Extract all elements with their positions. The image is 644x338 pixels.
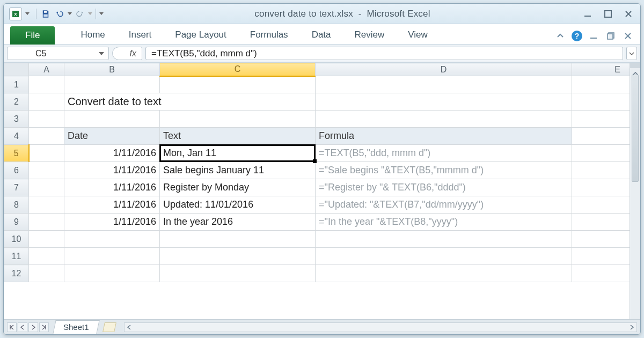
workbook-restore-icon[interactable] (605, 30, 617, 42)
cell-C8[interactable]: Updated: 11/01/2016 (160, 196, 316, 214)
formula-bar: C5 fx =TEXT(B5,"ddd, mmm d") (4, 45, 640, 63)
spreadsheet-grid[interactable]: A B C D E 1 2Convert date to text 3 4 Da… (4, 63, 630, 282)
cell-C5-value: Mon, Jan 11 (163, 148, 216, 158)
new-sheet-button[interactable] (103, 322, 116, 332)
redo-dropdown-icon[interactable] (88, 12, 92, 15)
row-header-5[interactable]: 5 (4, 145, 29, 162)
worksheet-area: A B C D E 1 2Convert date to text 3 4 Da… (4, 63, 640, 319)
quick-access-toolbar (35, 8, 104, 20)
undo-icon[interactable] (54, 8, 65, 20)
tab-home[interactable]: Home (69, 26, 116, 44)
workbook-close-icon[interactable] (622, 30, 634, 42)
col-header-B[interactable]: B (64, 63, 160, 76)
cell-C9[interactable]: In the year 2016 (160, 214, 316, 231)
tab-view[interactable]: View (396, 26, 440, 44)
tab-page-layout[interactable]: Page Layout (163, 26, 238, 44)
row-header-3[interactable]: 3 (4, 111, 29, 128)
cell-D8[interactable]: ="Updated: "&TEXT(B7,"dd/mm/yyyy") (316, 196, 572, 214)
sheet-nav-next-icon[interactable] (28, 322, 38, 332)
name-box[interactable]: C5 (7, 47, 109, 60)
tab-formulas[interactable]: Formulas (238, 26, 300, 44)
vertical-scrollbar[interactable] (630, 63, 640, 319)
scroll-thumb[interactable] (632, 75, 639, 182)
cell-D9[interactable]: ="In the year "&TEXT(B8,"yyyy") (316, 214, 572, 231)
col-header-E[interactable]: E (572, 63, 630, 76)
col-header-A[interactable]: A (29, 63, 64, 76)
formula-value: =TEXT(B5,"ddd, mmm d") (151, 48, 257, 59)
row-header-7[interactable]: 7 (4, 179, 29, 196)
close-button[interactable] (622, 9, 635, 19)
expand-formula-bar-icon[interactable] (626, 47, 637, 60)
cell-B6[interactable]: 1/11/2016 (64, 162, 160, 179)
app-name: Microsoft Excel (367, 9, 430, 19)
svg-text:X: X (14, 12, 17, 17)
formula-input[interactable]: =TEXT(B5,"ddd, mmm d") (145, 47, 623, 60)
tab-review[interactable]: Review (343, 26, 397, 44)
split-handle-top[interactable] (630, 63, 640, 68)
cell-C6[interactable]: Sale begins January 11 (160, 162, 316, 179)
row-header-11[interactable]: 11 (4, 248, 29, 265)
excel-app-icon[interactable]: X (9, 8, 22, 20)
sheet-nav-last-icon[interactable] (39, 322, 49, 332)
workbook-minimize-icon[interactable] (588, 30, 599, 42)
name-box-dropdown-icon[interactable] (99, 52, 104, 55)
svg-rect-3 (43, 14, 48, 17)
undo-dropdown-icon[interactable] (68, 12, 72, 15)
cell-C7[interactable]: Register by Monday (160, 179, 316, 196)
scroll-right-icon[interactable] (627, 323, 636, 332)
sheet-nav-first-icon[interactable] (7, 322, 17, 332)
qat-customize-dropdown-icon[interactable] (99, 12, 104, 15)
sheet-tab-active[interactable]: Sheet1 (53, 320, 99, 334)
select-all-corner[interactable] (4, 63, 29, 76)
cell-B9[interactable]: 1/11/2016 (64, 214, 160, 231)
sheet-tab-label: Sheet1 (63, 322, 89, 332)
cell-B8[interactable]: 1/11/2016 (64, 196, 160, 214)
title-bar: X convert date to text.xlsx - Microsoft … (4, 4, 640, 24)
window-title: convert date to text.xlsx - Microsoft Ex… (104, 9, 581, 19)
row-header-1[interactable]: 1 (4, 76, 29, 93)
row-header-6[interactable]: 6 (4, 162, 29, 179)
cell-D5[interactable]: =TEXT(B5,"ddd, mmm d") (316, 145, 572, 162)
row-header-9[interactable]: 9 (4, 214, 29, 231)
row-header-10[interactable]: 10 (4, 231, 29, 248)
app-window: X convert date to text.xlsx - Microsoft … (3, 3, 641, 335)
app-menu-dropdown-icon[interactable] (25, 12, 30, 15)
cell-C5-selected[interactable]: Mon, Jan 11 (160, 145, 316, 162)
sheet-nav-buttons (7, 322, 49, 332)
row-header-12[interactable]: 12 (4, 265, 29, 282)
col-header-C[interactable]: C (160, 63, 316, 76)
cell-D6[interactable]: ="Sale begins "&TEXT(B5,"mmmm d") (316, 162, 572, 179)
col-header-D[interactable]: D (316, 63, 572, 76)
svg-rect-6 (590, 38, 597, 39)
ribbon-minimize-icon[interactable] (554, 30, 566, 42)
tab-insert[interactable]: Insert (117, 26, 164, 44)
row-header-4[interactable]: 4 (4, 128, 29, 145)
maximize-button[interactable] (602, 9, 614, 19)
help-icon[interactable]: ? (572, 31, 582, 41)
ribbon-tabs: File Home Insert Page Layout Formulas Da… (4, 24, 640, 45)
svg-rect-2 (44, 11, 47, 13)
svg-rect-5 (605, 11, 611, 17)
row-header-2[interactable]: 2 (4, 93, 29, 111)
document-filename: convert date to text.xlsx (254, 9, 353, 19)
cell-B7[interactable]: 1/11/2016 (64, 179, 160, 196)
row-header-8[interactable]: 8 (4, 196, 29, 214)
header-text[interactable]: Text (160, 128, 316, 145)
header-date[interactable]: Date (64, 128, 160, 145)
cell-D7[interactable]: ="Register by "& TEXT(B6,"dddd") (316, 179, 572, 196)
tab-data[interactable]: Data (300, 26, 343, 44)
file-tab[interactable]: File (10, 26, 55, 45)
sheet-title-cell[interactable]: Convert date to text (64, 93, 316, 111)
insert-function-button[interactable]: fx (112, 47, 142, 60)
cell-B5[interactable]: 1/11/2016 (64, 145, 160, 162)
fill-handle[interactable] (313, 159, 317, 163)
sheet-nav-prev-icon[interactable] (18, 322, 27, 332)
horizontal-scrollbar[interactable] (124, 322, 637, 332)
name-box-value: C5 (35, 49, 46, 58)
redo-icon[interactable] (74, 8, 86, 20)
svg-rect-8 (608, 34, 613, 39)
scroll-left-icon[interactable] (125, 323, 134, 332)
minimize-button[interactable] (581, 9, 594, 19)
save-icon[interactable] (40, 8, 52, 20)
header-formula[interactable]: Formula (316, 128, 572, 145)
